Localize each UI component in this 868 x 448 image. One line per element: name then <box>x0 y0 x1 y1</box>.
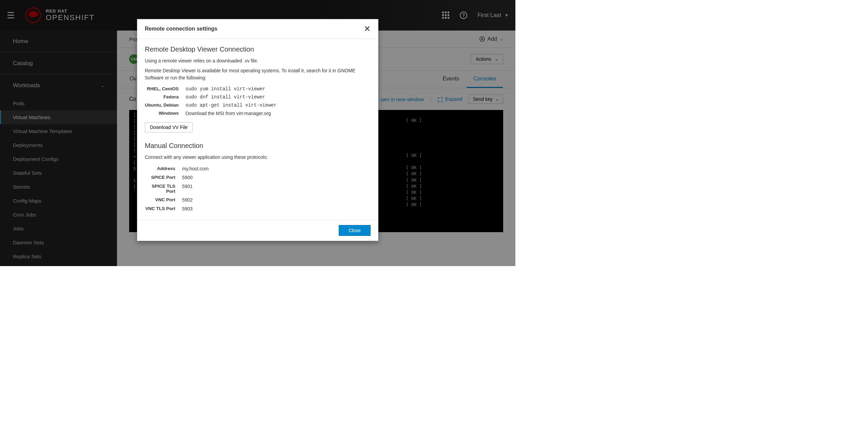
rdv-desc-2: Remote Desktop Viewer is available for m… <box>145 67 371 81</box>
modal-footer: Close <box>137 220 378 241</box>
manual-section-title: Manual Connection <box>145 142 371 150</box>
conn-label: VNC Port <box>145 197 182 203</box>
install-table: RHEL, CentOS sudo yum install virt-viewe… <box>145 85 371 117</box>
close-button[interactable]: Close <box>339 225 371 236</box>
modal-title: Remote connection settings <box>145 26 217 32</box>
install-row-rhel: RHEL, CentOS sudo yum install virt-viewe… <box>145 85 371 93</box>
install-cmd: sudo dnf install virt-viewer <box>185 94 265 100</box>
install-os: Windows <box>145 111 185 116</box>
conn-label: Address <box>145 166 182 171</box>
conn-row-vnctls: VNC TLS Port 5903 <box>145 204 371 213</box>
manual-desc: Connect with any viewer application usin… <box>145 154 371 161</box>
install-os: Ubuntu, Debian <box>145 102 185 108</box>
conn-val: 5902 <box>182 197 193 203</box>
conn-row-address: Address my.host.com <box>145 164 371 173</box>
conn-row-vnc: VNC Port 5902 <box>145 195 371 204</box>
install-os: Fedora <box>145 94 185 100</box>
install-cmd: sudo yum install virt-viewer <box>185 86 265 92</box>
conn-val: my.host.com <box>182 166 209 171</box>
install-row-windows: Windows Download the MSI from virt-manag… <box>145 109 371 117</box>
install-row-ubuntu: Ubuntu, Debian sudo apt-get install virt… <box>145 101 371 109</box>
conn-val: 5900 <box>182 175 193 180</box>
install-cmd: Download the MSI from virt-manager.org <box>185 111 271 116</box>
conn-val: 5903 <box>182 206 193 211</box>
conn-row-spice: SPICE Port 5900 <box>145 173 371 182</box>
close-icon[interactable]: ✕ <box>364 24 371 34</box>
conn-row-spicetls: SPICE TLS Port 5901 <box>145 182 371 195</box>
modal-header: Remote connection settings ✕ <box>137 19 378 39</box>
install-os: RHEL, CentOS <box>145 86 185 92</box>
conn-label: SPICE Port <box>145 175 182 180</box>
remote-connection-modal: Remote connection settings ✕ Remote Desk… <box>137 19 378 241</box>
conn-label: SPICE TLS Port <box>145 184 182 194</box>
connection-table: Address my.host.com SPICE Port 5900 SPIC… <box>145 164 371 213</box>
rdv-desc-1: Using a remote viewer relies on a downlo… <box>145 57 371 64</box>
modal-body: Remote Desktop Viewer Connection Using a… <box>137 39 378 220</box>
conn-val: 5901 <box>182 184 193 194</box>
rdv-section-title: Remote Desktop Viewer Connection <box>145 45 371 53</box>
install-cmd: sudo apt-get install virt-viewer <box>185 102 277 108</box>
download-vv-button[interactable]: Download VV File <box>145 122 193 132</box>
install-row-fedora: Fedora sudo dnf install virt-viewer <box>145 93 371 101</box>
conn-label: VNC TLS Port <box>145 206 182 211</box>
